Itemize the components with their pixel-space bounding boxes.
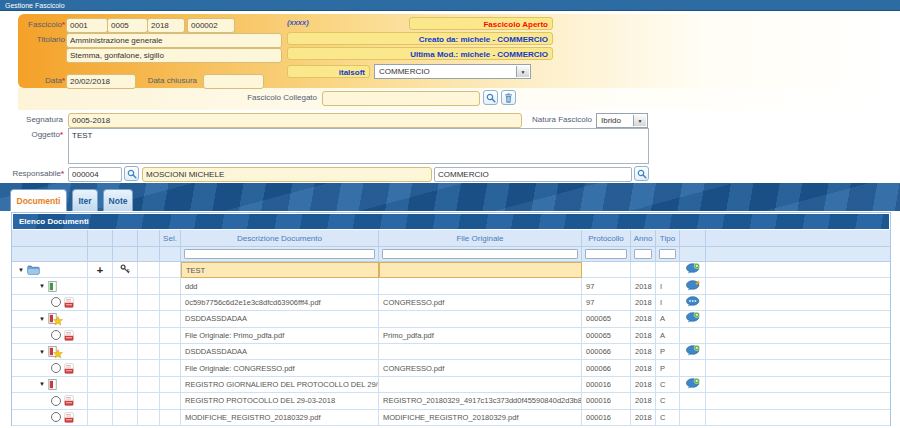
responsabile-code-field[interactable]: [68, 167, 122, 182]
responsabile-office-field[interactable]: [434, 167, 632, 182]
table-row[interactable]: 0c59b7756c6d2e1e3c8dfcd63906fff4.pdfCONG…: [12, 295, 890, 311]
data-chiusura-field[interactable]: [203, 74, 264, 89]
descrizione-cell[interactable]: File Originale: Primo_pdfa.pdf: [181, 328, 379, 344]
tab-iter[interactable]: Iter: [72, 189, 98, 211]
radio-button[interactable]: [51, 412, 61, 422]
radio-button[interactable]: [51, 297, 61, 307]
action-cell[interactable]: [680, 311, 706, 327]
sel-cell[interactable]: [160, 393, 181, 409]
sel-cell[interactable]: [160, 278, 181, 294]
action-cell[interactable]: [680, 377, 706, 393]
sel-cell[interactable]: [160, 360, 181, 376]
radio-button[interactable]: [51, 396, 61, 406]
file-originale-cell[interactable]: REGISTRO_20180329_4917c13c373dd0f4559084…: [379, 393, 582, 409]
notes-icon[interactable]: [686, 296, 700, 309]
add-document-cell[interactable]: +: [88, 262, 113, 278]
titolario-field-2[interactable]: [66, 48, 282, 63]
column-header-file-originale[interactable]: File Originale: [379, 230, 582, 247]
filter-protocollo-input[interactable]: [585, 249, 627, 259]
sel-cell[interactable]: [160, 311, 181, 327]
action-cell[interactable]: [680, 344, 706, 360]
add-note-icon[interactable]: [686, 263, 700, 276]
descrizione-cell[interactable]: File Originale: CONGRESSO.pdf: [181, 360, 379, 376]
office-search-button[interactable]: [634, 166, 649, 181]
add-note-icon[interactable]: [686, 312, 700, 325]
fascicolo-collegato-field[interactable]: [322, 91, 480, 106]
file-originale-cell[interactable]: [379, 278, 582, 294]
caret-down-icon[interactable]: ▼: [39, 349, 45, 355]
caret-down-icon[interactable]: ▼: [18, 267, 24, 273]
sel-cell[interactable]: [160, 377, 181, 393]
oggetto-textarea[interactable]: TEST: [68, 128, 649, 164]
file-originale-cell[interactable]: [379, 262, 582, 278]
action-cell[interactable]: [680, 295, 706, 311]
permissions-cell[interactable]: [113, 262, 138, 278]
file-originale-cell[interactable]: MODIFICHE_REGISTRO_20180329.pdf: [379, 410, 582, 426]
column-header-tipo[interactable]: Tipo: [656, 230, 680, 247]
table-row[interactable]: ▼DSDDASSDADAA0000662018P: [12, 344, 890, 360]
key-icon[interactable]: [120, 264, 130, 276]
edit-note-icon[interactable]: [686, 280, 700, 293]
fascicolo-field-4[interactable]: [187, 18, 235, 33]
dropdown-arrow-icon[interactable]: ▼: [633, 115, 646, 126]
responsabile-name-field[interactable]: [142, 167, 432, 182]
add-note-icon[interactable]: [686, 345, 700, 358]
table-row[interactable]: REGISTRO PROTOCOLLO DEL 29-03-2018REGIST…: [12, 393, 890, 409]
radio-button[interactable]: [51, 363, 61, 373]
sel-cell[interactable]: [160, 328, 181, 344]
table-row[interactable]: MODIFICHE_REGISTRO_20180329.pdfMODIFICHE…: [12, 410, 890, 426]
file-originale-cell[interactable]: Primo_pdfa.pdf: [379, 328, 582, 344]
file-originale-cell[interactable]: [379, 311, 582, 327]
table-row[interactable]: ▼DSDDASSDADAA0000652018A: [12, 311, 890, 327]
ufficio-dropdown[interactable]: COMMERCIO ▼: [374, 64, 531, 79]
natura-fascicolo-dropdown[interactable]: Ibrido ▼: [596, 113, 648, 128]
caret-down-icon[interactable]: ▼: [39, 316, 45, 322]
file-originale-cell[interactable]: [379, 344, 582, 360]
responsabile-search-button[interactable]: [124, 166, 139, 181]
file-originale-cell[interactable]: CONGRESSO.pdf: [379, 360, 582, 376]
fascicolo-field-1[interactable]: [66, 18, 108, 33]
caret-down-icon[interactable]: ▼: [39, 381, 45, 387]
caret-down-icon[interactable]: ▼: [39, 283, 45, 289]
table-row[interactable]: ▼ddd972018I: [12, 278, 890, 294]
column-header-anno[interactable]: Anno: [631, 230, 656, 247]
filter-descrizione-input[interactable]: [184, 249, 375, 259]
segnatura-field[interactable]: [68, 113, 522, 128]
table-row[interactable]: File Originale: Primo_pdfa.pdfPrimo_pdfa…: [12, 328, 890, 344]
descrizione-cell[interactable]: DSDDASSDADAA: [181, 344, 379, 360]
sel-cell[interactable]: [160, 295, 181, 311]
file-originale-cell[interactable]: [379, 377, 582, 393]
filter-file-input[interactable]: [382, 249, 578, 259]
descrizione-cell[interactable]: 0c59b7756c6d2e1e3c8dfcd63906fff4.pdf: [181, 295, 379, 311]
descrizione-cell[interactable]: REGISTRO GIORNALIERO DEL PROTOCOLLO DEL …: [181, 377, 379, 393]
descrizione-cell[interactable]: TEST: [181, 262, 379, 278]
radio-button[interactable]: [51, 330, 61, 340]
collegato-search-button[interactable]: [483, 90, 498, 105]
tab-note[interactable]: Note: [103, 189, 133, 211]
fascicolo-field-2[interactable]: [107, 18, 148, 33]
sel-cell[interactable]: [160, 410, 181, 426]
dropdown-arrow-icon[interactable]: ▼: [516, 66, 529, 77]
titolario-field-1[interactable]: [66, 33, 282, 48]
fascicolo-field-3[interactable]: [147, 18, 185, 33]
descrizione-cell[interactable]: MODIFICHE_REGISTRO_20180329.pdf: [181, 410, 379, 426]
tab-documenti[interactable]: Documenti: [10, 189, 67, 211]
column-header-sel[interactable]: Sel.: [160, 230, 181, 247]
table-row[interactable]: ▼+TEST: [12, 262, 890, 278]
filter-anno-input[interactable]: [634, 249, 652, 259]
column-header-protocollo[interactable]: Protocollo: [582, 230, 631, 247]
filter-tipo-input[interactable]: [659, 249, 676, 259]
column-header-descrizione[interactable]: Descrizione Documento: [181, 230, 379, 247]
action-cell[interactable]: [680, 262, 706, 278]
descrizione-cell[interactable]: DSDDASSDADAA: [181, 311, 379, 327]
descrizione-cell[interactable]: REGISTRO PROTOCOLLO DEL 29-03-2018: [181, 393, 379, 409]
table-row[interactable]: File Originale: CONGRESSO.pdfCONGRESSO.p…: [12, 360, 890, 376]
sel-cell[interactable]: [160, 344, 181, 360]
collegato-delete-button[interactable]: [501, 90, 516, 105]
descrizione-cell[interactable]: ddd: [181, 278, 379, 294]
file-originale-cell[interactable]: CONGRESSO.pdf: [379, 295, 582, 311]
action-cell[interactable]: [680, 278, 706, 294]
sel-cell[interactable]: [160, 262, 181, 278]
add-note-icon[interactable]: [686, 378, 700, 391]
table-row[interactable]: ▼REGISTRO GIORNALIERO DEL PROTOCOLLO DEL…: [12, 377, 890, 393]
